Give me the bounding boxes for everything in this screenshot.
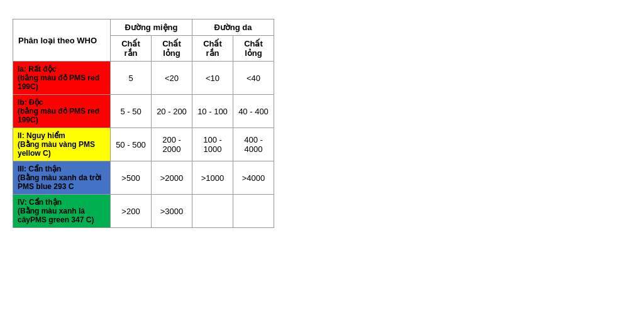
duong-mieng-header: Đường miệng <box>111 19 192 36</box>
row-iii-val-2: >1000 <box>192 161 233 195</box>
classification-table: Phân loại theo WHO Đường miệng Đường da … <box>13 19 274 228</box>
table-row: II: Nguy hiểm(Bằng màu vàng PMS yellow C… <box>13 128 274 161</box>
chat-ran-da-header: Chất rắn <box>192 36 233 62</box>
table-row: III: Cẩn thận(Bằng màu xanh da trời PMS … <box>13 161 274 195</box>
row-ib-val-0: 5 - 50 <box>111 95 152 128</box>
row-ia-val-3: <40 <box>233 62 274 95</box>
table-row: IV: Cẩn thận(Bằng màu xanh lá câyPMS gre… <box>13 195 274 228</box>
row-ia-val-0: 5 <box>111 62 152 95</box>
row-ia-label: Ia: Rất độc(bảng màu đỏ PMS red 199C) <box>13 62 111 95</box>
table-body: Ia: Rất độc(bảng màu đỏ PMS red 199C)5<2… <box>13 62 274 228</box>
table-row: Ia: Rất độc(bảng màu đỏ PMS red 199C)5<2… <box>13 62 274 95</box>
row-ia-val-2: <10 <box>192 62 233 95</box>
chat-ran-mieng-header: Chất rắn <box>111 36 152 62</box>
row-ii-val-1: 200 - 2000 <box>152 128 192 161</box>
row-ib-val-2: 10 - 100 <box>192 95 233 128</box>
table-row: Ib: Độc(bảng màu đỏ PMS red 199C)5 - 502… <box>13 95 274 128</box>
row-iii-label: III: Cẩn thận(Bằng màu xanh da trời PMS … <box>13 161 111 195</box>
row-ii-val-0: 50 - 500 <box>111 128 152 161</box>
row-ia-val-1: <20 <box>152 62 192 95</box>
duong-da-header: Đường da <box>192 19 274 36</box>
row-ib-val-3: 40 - 400 <box>233 95 274 128</box>
chat-long-da-header: Chất lỏng <box>233 36 274 62</box>
row-iii-val-3: >4000 <box>233 161 274 195</box>
row-ib-label: Ib: Độc(bảng màu đỏ PMS red 199C) <box>13 95 111 128</box>
row-iv-val-3 <box>233 195 274 228</box>
row-ib-val-1: 20 - 200 <box>152 95 192 128</box>
row-ii-val-2: 100 - 1000 <box>192 128 233 161</box>
header-row-1: Phân loại theo WHO Đường miệng Đường da <box>13 19 274 36</box>
row-ii-label: II: Nguy hiểm(Bằng màu vàng PMS yellow C… <box>13 128 111 161</box>
row-iv-val-1: >3000 <box>152 195 192 228</box>
phan-loai-header: Phân loại theo WHO <box>13 19 111 62</box>
row-ii-val-3: 400 - 4000 <box>233 128 274 161</box>
row-iii-val-1: >2000 <box>152 161 192 195</box>
main-table-container: Phân loại theo WHO Đường miệng Đường da … <box>13 19 274 228</box>
row-iv-val-0: >200 <box>111 195 152 228</box>
row-iv-val-2 <box>192 195 233 228</box>
row-iv-label: IV: Cẩn thận(Bằng màu xanh lá câyPMS gre… <box>13 195 111 228</box>
chat-long-mieng-header: Chất lỏng <box>152 36 192 62</box>
row-iii-val-0: >500 <box>111 161 152 195</box>
